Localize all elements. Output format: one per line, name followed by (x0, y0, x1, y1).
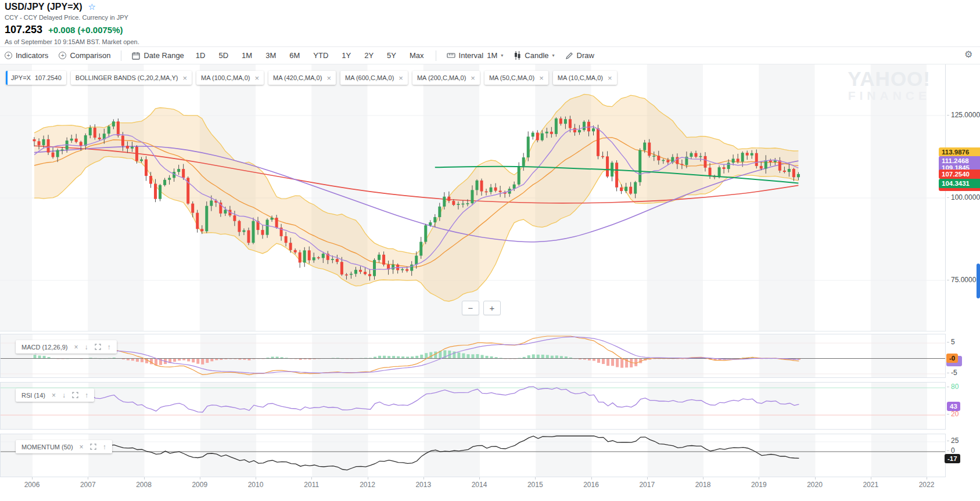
indicator-chip-label: MA (200,C,MA,0) (417, 74, 466, 81)
move-down-icon[interactable]: ↓ (85, 343, 88, 351)
expand-icon[interactable] (90, 444, 96, 450)
range-5d[interactable]: 5D (217, 51, 229, 60)
indicator-chip[interactable]: MA (100,C,MA,0)× (196, 71, 264, 85)
close-icon[interactable]: × (608, 74, 612, 82)
indicator-chip[interactable]: MA (420,C,MA,0)× (268, 71, 336, 85)
macd-chart-svg (1, 334, 945, 377)
indicator-chip[interactable]: MA (50,C,MA,0)× (484, 71, 548, 85)
close-icon[interactable]: × (539, 74, 544, 82)
x-axis-year-label: 2017 (634, 481, 660, 489)
x-axis-year-label: 2013 (411, 481, 436, 489)
range-ytd[interactable]: YTD (312, 51, 329, 60)
x-axis-tick (32, 477, 33, 480)
x-axis-year-label: 2012 (355, 481, 380, 489)
indicator-chip[interactable]: MA (600,C,MA,0)× (340, 71, 408, 85)
symbol-chip-value: 107.2540 (35, 74, 62, 81)
close-icon[interactable]: × (254, 74, 259, 82)
momentum-chart-svg (1, 434, 945, 477)
x-axis-tick (591, 477, 592, 480)
indicator-chip[interactable]: BOLLINGER BANDS (C,20,2,MA,Y)× (71, 71, 192, 85)
price-axis-label: 75.0000 (947, 276, 976, 284)
macd-chip-label: MACD (12,26,9) (21, 344, 67, 351)
move-up-icon[interactable]: ↑ (103, 443, 106, 451)
x-axis-tick (703, 477, 703, 480)
x-axis-tick (479, 477, 480, 480)
range-max[interactable]: Max (408, 51, 425, 60)
close-icon[interactable]: × (471, 74, 475, 82)
x-axis-tick (535, 477, 536, 480)
x-axis-year-label: 2009 (187, 481, 213, 489)
indicator-chip-label: MA (10,C,MA,0) (558, 74, 603, 81)
toolbar-divider (436, 51, 436, 61)
x-axis-tick (759, 477, 759, 480)
scrollbar-thumb[interactable] (977, 264, 980, 298)
zoom-out-button[interactable]: − (462, 301, 479, 315)
x-axis-year-label: 2021 (858, 481, 884, 489)
macd-axis-label: 5 (947, 338, 955, 346)
chevron-down-icon: ▾ (501, 53, 503, 58)
close-icon[interactable]: × (183, 74, 188, 82)
close-icon[interactable]: × (74, 343, 78, 351)
x-axis-year-label: 2011 (299, 481, 324, 489)
close-icon[interactable]: × (52, 391, 56, 399)
macd-panel[interactable]: MACD (12,26,9) × ↓ ↑ (0, 334, 946, 378)
indicator-chips-row: JPY=X 107.2540 BOLLINGER BANDS (C,20,2,M… (6, 71, 617, 85)
indicator-chip[interactable]: MA (10,C,MA,0)× (553, 71, 617, 85)
range-6m[interactable]: 6M (288, 51, 301, 60)
x-axis-year-label: 2006 (19, 481, 45, 489)
symbol-chip-accent (6, 71, 8, 85)
range-3m[interactable]: 3M (264, 51, 277, 60)
last-price: 107.253 (5, 24, 42, 36)
move-up-icon[interactable]: ↑ (107, 343, 111, 351)
close-icon[interactable]: × (326, 74, 331, 82)
main-chart-svg (0, 64, 945, 331)
toolbar-divider (121, 51, 121, 61)
indicator-chip-label: MA (100,C,MA,0) (201, 74, 250, 81)
zoom-in-button[interactable]: + (483, 301, 501, 315)
x-axis-year-label: 2014 (466, 481, 492, 489)
macd-value-badge: -0 (946, 354, 958, 363)
range-1d[interactable]: 1D (195, 51, 207, 60)
range-1y[interactable]: 1Y (340, 51, 352, 60)
watchlist-star-icon[interactable]: ☆ (88, 2, 96, 12)
expand-icon[interactable] (95, 344, 101, 350)
x-axis-year-label: 2019 (746, 481, 771, 489)
momentum-chip[interactable]: MOMENTUM (50) × ↑ (16, 440, 112, 453)
interval-icon (447, 52, 455, 59)
indicator-chip-label: BOLLINGER BANDS (C,20,2,MA,Y) (76, 74, 178, 81)
x-axis-year-label: 2022 (914, 481, 939, 489)
x-axis-year-label: 2010 (243, 481, 268, 489)
draw-button[interactable]: Draw (565, 51, 594, 60)
range-5y[interactable]: 5Y (386, 51, 397, 60)
quote-subtitle: CCY - CCY Delayed Price. Currency in JPY (5, 14, 139, 21)
main-price-chart[interactable] (0, 64, 946, 331)
momentum-panel[interactable]: MOMENTUM (50) × ↑ (0, 434, 946, 477)
symbol-chip[interactable]: JPY=X 107.2540 (6, 71, 66, 85)
pencil-icon (565, 52, 573, 60)
rsi-panel[interactable]: RSI (14) × ↓ ↑ (0, 382, 946, 430)
calendar-icon (132, 52, 140, 60)
expand-icon[interactable] (72, 392, 78, 398)
close-icon[interactable]: × (80, 443, 84, 451)
range-1m[interactable]: 1M (240, 51, 253, 60)
rsi-axis-label: 80 (947, 383, 959, 391)
comparison-button[interactable]: + Comparison (59, 51, 110, 60)
chevron-down-icon: ▾ (552, 53, 555, 58)
x-axis-tick (927, 477, 927, 480)
x-axis-year-label: 2020 (802, 481, 828, 489)
indicators-button[interactable]: + Indicators (5, 51, 48, 60)
macd-chip[interactable]: MACD (12,26,9) × ↓ ↑ (16, 340, 117, 354)
move-down-icon[interactable]: ↓ (62, 391, 66, 399)
momentum-axis-label: 25 (947, 437, 959, 445)
settings-gear-icon[interactable]: ⚙ (964, 49, 972, 60)
indicator-chip[interactable]: MA (200,C,MA,0)× (412, 71, 480, 85)
date-range-button[interactable]: Date Range (132, 51, 184, 60)
move-up-icon[interactable]: ↑ (85, 391, 88, 399)
close-icon[interactable]: × (399, 74, 403, 82)
rsi-chip[interactable]: RSI (14) × ↓ ↑ (16, 388, 94, 402)
chart-type-dropdown[interactable]: Candle ▾ (514, 51, 554, 60)
rsi-axis-label: 20 (947, 410, 959, 418)
interval-dropdown[interactable]: Interval 1M ▾ (447, 51, 504, 60)
indicator-chip-label: MA (420,C,MA,0) (273, 74, 322, 81)
range-2y[interactable]: 2Y (363, 51, 375, 60)
